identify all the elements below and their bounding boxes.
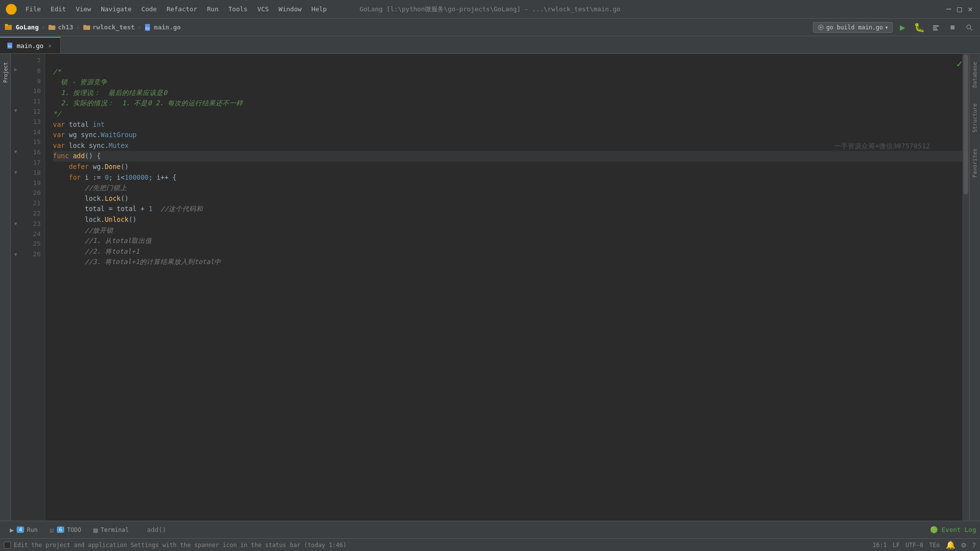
tab-close-button[interactable]: ✕ xyxy=(47,42,53,49)
find-button[interactable] xyxy=(962,21,976,34)
breadcrumb-golang[interactable]: GoLang xyxy=(16,24,39,31)
bottom-tabs-right: 🟢 Event Log xyxy=(930,526,976,533)
window-controls: ─ □ ✕ xyxy=(945,5,974,13)
dropdown-arrow: ▾ xyxy=(885,24,888,31)
close-button[interactable]: ✕ xyxy=(966,5,974,13)
run-button[interactable]: ▶ xyxy=(896,21,909,34)
event-log-icon: 🟢 xyxy=(930,526,938,533)
breadcrumb-sep-1: › xyxy=(42,24,45,31)
notification-icon[interactable]: 🔔 xyxy=(946,540,956,550)
statusbar-message: Edit the project and application Setting… xyxy=(14,542,346,549)
gutter-19 xyxy=(11,177,21,188)
scrollbar[interactable] xyxy=(962,54,969,521)
tab-maingo[interactable]: Go main.go ✕ xyxy=(0,37,61,53)
run-tab-icon: ▶ xyxy=(10,526,14,534)
tab-label: main.go xyxy=(17,42,44,49)
run-config-dropdown[interactable]: go build main.go ▾ xyxy=(813,22,893,33)
folder-icon-1 xyxy=(48,24,56,31)
menu-bar: File Edit View Navigate Code Refactor Ru… xyxy=(21,3,332,15)
event-log-label: Event Log xyxy=(942,526,976,533)
bottom-tabs: ▶ 4 Run ☑ 6 TODO ▤ Terminal add() 🟢 Even… xyxy=(0,521,980,538)
editor: ▶ ▼ ▼ ▼ ▼ xyxy=(11,54,969,521)
breadcrumb-ch13[interactable]: ch13 xyxy=(58,24,73,31)
terminal-tab-label: Terminal xyxy=(100,527,129,533)
bottom-tab-todo[interactable]: ☑ 6 TODO xyxy=(44,521,88,539)
code-line-7 xyxy=(53,56,969,67)
sidebar-structure[interactable]: Structure xyxy=(972,103,978,133)
sidebar-database[interactable]: Database xyxy=(972,62,978,88)
encoding[interactable]: UTF-8 xyxy=(906,542,923,549)
gutter-26[interactable]: ▼ xyxy=(11,249,21,260)
menu-run[interactable]: Run xyxy=(202,3,223,15)
statusbar-right: 16:1 LF UTF-8 TEo 🔔 ⚙ ? xyxy=(873,540,976,550)
menu-vcs[interactable]: VCS xyxy=(252,3,273,15)
statusbar-checkbox[interactable] xyxy=(4,542,11,549)
gutter-11 xyxy=(11,95,21,105)
svg-point-14 xyxy=(967,25,971,29)
code-line-8: /* xyxy=(53,67,969,77)
help-icon[interactable]: ? xyxy=(972,541,976,549)
menu-view[interactable]: View xyxy=(71,3,96,15)
sidebar-project[interactable]: Project xyxy=(0,58,10,87)
svg-rect-12 xyxy=(933,29,938,30)
tabbar: Go main.go ✕ xyxy=(0,36,980,54)
app-logo xyxy=(6,4,17,15)
bottom-tab-terminal[interactable]: ▤ Terminal xyxy=(88,521,135,539)
maximize-button[interactable]: □ xyxy=(956,5,963,13)
todo-tab-num: 6 xyxy=(57,527,64,533)
terminal-tab-icon: ▤ xyxy=(94,526,98,534)
minimize-button[interactable]: ─ xyxy=(945,5,953,13)
stop-button[interactable] xyxy=(946,21,959,34)
line-numbers: 7 8 9 10 11 12 13 14 15 16 17 18 19 20 2… xyxy=(21,54,45,521)
project-icon xyxy=(4,23,13,32)
gutter-20 xyxy=(11,188,21,198)
menu-navigate[interactable]: Navigate xyxy=(96,3,137,15)
code-line-12: */ xyxy=(53,109,969,120)
statusbar-left: Edit the project and application Setting… xyxy=(4,542,346,549)
svg-rect-13 xyxy=(951,25,955,29)
menu-edit[interactable]: Edit xyxy=(46,3,71,15)
menu-code[interactable]: Code xyxy=(137,3,162,15)
svg-marker-9 xyxy=(820,26,823,29)
gutter-9 xyxy=(11,74,21,85)
code-content[interactable]: 一手资源众筹+微信307570512 ✓ /* 锁 - 资源竞争 1. 按理说：… xyxy=(45,54,969,521)
gutter-23[interactable]: ▼ xyxy=(11,218,21,229)
code-line-16: func add() { xyxy=(53,151,969,162)
code-line-17: defer wg.Done() xyxy=(53,162,969,172)
function-hint: add() xyxy=(147,526,166,533)
menu-tools[interactable]: Tools xyxy=(223,3,252,15)
run-config-label: go build main.go xyxy=(826,24,883,31)
gutter-24 xyxy=(11,229,21,239)
menu-window[interactable]: Window xyxy=(274,3,307,15)
scroll-thumb[interactable] xyxy=(963,54,968,194)
cursor-position[interactable]: 16:1 xyxy=(873,542,887,549)
event-log[interactable]: 🟢 Event Log xyxy=(930,526,976,533)
line-ending[interactable]: LF xyxy=(893,542,900,549)
sidebar-favorites[interactable]: Favorites xyxy=(972,148,978,178)
gutter-16[interactable]: ▼ xyxy=(11,146,21,157)
gutter-8[interactable]: ▶ xyxy=(11,64,21,74)
menu-file[interactable]: File xyxy=(21,3,46,15)
menu-refactor[interactable]: Refactor xyxy=(162,3,202,15)
code-line-15: var lock sync.Mutex xyxy=(53,141,969,151)
code-line-13: var total int xyxy=(53,120,969,130)
gutter-7 xyxy=(11,54,21,64)
gutter-18[interactable]: ▼ xyxy=(11,167,21,177)
gutter-22 xyxy=(11,208,21,218)
coverage-icon xyxy=(932,24,940,31)
code-line-11: 2. 实际的情况： 1. 不是0 2. 每次的运行结果还不一样 xyxy=(53,98,969,109)
coverage-button[interactable] xyxy=(929,21,943,34)
gutter-15 xyxy=(11,136,21,146)
menu-help[interactable]: Help xyxy=(307,3,332,15)
right-sidebar: Database Structure Favorites xyxy=(969,54,980,521)
titlebar: File Edit View Navigate Code Refactor Ru… xyxy=(0,0,980,19)
file-icon: Go xyxy=(144,24,152,31)
gutter-12[interactable]: ▼ xyxy=(11,105,21,116)
settings-icon[interactable]: ⚙ xyxy=(961,540,966,550)
breadcrumb-rwlock[interactable]: rwlock_test xyxy=(93,24,135,31)
svg-line-15 xyxy=(970,28,972,30)
svg-rect-5 xyxy=(83,25,86,26)
breadcrumb-maingo[interactable]: main.go xyxy=(154,24,181,31)
bottom-tab-run[interactable]: ▶ 4 Run xyxy=(4,521,44,539)
debug-button[interactable]: 🐛 xyxy=(912,21,926,34)
